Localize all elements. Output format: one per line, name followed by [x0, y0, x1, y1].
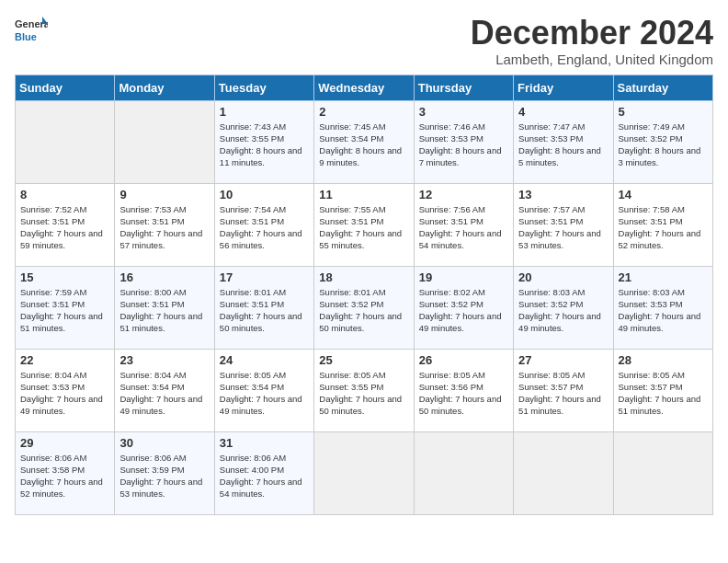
- day-number: 2: [319, 105, 408, 119]
- day-number: 18: [319, 270, 408, 284]
- svg-text:Blue: Blue: [15, 31, 37, 42]
- calendar-cell-day-10: 10 Sunrise: 7:54 AM Sunset: 3:51 PM Dayl…: [214, 183, 313, 266]
- day-details: Sunrise: 8:06 AM Sunset: 4:00 PM Dayligh…: [220, 452, 309, 500]
- day-number: 21: [619, 270, 708, 284]
- day-number: 1: [220, 105, 309, 119]
- day-number: 9: [119, 188, 209, 201]
- day-details: Sunrise: 8:05 AM Sunset: 3:55 PM Dayligh…: [319, 369, 408, 418]
- day-details: Sunrise: 8:01 AM Sunset: 3:51 PM Dayligh…: [220, 286, 309, 335]
- day-number: 17: [220, 270, 309, 284]
- calendar-cell-day-21: 21 Sunrise: 8:03 AM Sunset: 3:53 PM Dayl…: [613, 266, 712, 349]
- calendar-cell-day-25: 25 Sunrise: 8:05 AM Sunset: 3:55 PM Dayl…: [314, 349, 414, 431]
- calendar-cell-day-9: 9 Sunrise: 7:53 AM Sunset: 3:51 PM Dayli…: [115, 183, 214, 266]
- day-details: Sunrise: 7:43 AM Sunset: 3:55 PM Dayligh…: [220, 121, 309, 169]
- day-details: Sunrise: 8:05 AM Sunset: 3:57 PM Dayligh…: [619, 369, 708, 418]
- day-details: Sunrise: 8:04 AM Sunset: 3:54 PM Dayligh…: [119, 369, 209, 418]
- day-header-friday: Friday: [514, 75, 613, 100]
- day-number: 28: [619, 353, 708, 367]
- day-number: 26: [419, 353, 508, 367]
- day-number: 12: [419, 188, 508, 201]
- day-details: Sunrise: 7:47 AM Sunset: 3:53 PM Dayligh…: [518, 121, 608, 169]
- day-details: Sunrise: 8:05 AM Sunset: 3:57 PM Dayligh…: [518, 369, 608, 418]
- day-details: Sunrise: 8:03 AM Sunset: 3:52 PM Dayligh…: [518, 286, 608, 335]
- day-number: 22: [20, 353, 109, 367]
- calendar-cell-day-3: 3 Sunrise: 7:46 AM Sunset: 3:53 PM Dayli…: [414, 100, 513, 183]
- calendar-subtitle: Lambeth, England, United Kingdom: [471, 52, 713, 67]
- calendar-cell-day-27: 27 Sunrise: 8:05 AM Sunset: 3:57 PM Dayl…: [514, 349, 613, 431]
- day-details: Sunrise: 8:05 AM Sunset: 3:54 PM Dayligh…: [220, 369, 309, 418]
- day-details: Sunrise: 7:59 AM Sunset: 3:51 PM Dayligh…: [20, 286, 109, 335]
- calendar-cell-day-4: 4 Sunrise: 7:47 AM Sunset: 3:53 PM Dayli…: [514, 100, 613, 183]
- day-details: Sunrise: 7:52 AM Sunset: 3:51 PM Dayligh…: [20, 203, 109, 252]
- calendar-week-row: 15 Sunrise: 7:59 AM Sunset: 3:51 PM Dayl…: [16, 266, 713, 349]
- day-details: Sunrise: 8:02 AM Sunset: 3:52 PM Dayligh…: [419, 286, 508, 335]
- calendar-week-row: 29 Sunrise: 8:06 AM Sunset: 3:58 PM Dayl…: [16, 431, 713, 514]
- calendar-week-row: 1 Sunrise: 7:43 AM Sunset: 3:55 PM Dayli…: [16, 100, 713, 183]
- calendar-cell-day-29: 29 Sunrise: 8:06 AM Sunset: 3:58 PM Dayl…: [16, 431, 115, 514]
- day-number: 8: [20, 188, 109, 201]
- calendar-cell-day-23: 23 Sunrise: 8:04 AM Sunset: 3:54 PM Dayl…: [115, 349, 214, 431]
- calendar-header-row: SundayMondayTuesdayWednesdayThursdayFrid…: [16, 75, 713, 100]
- day-details: Sunrise: 7:56 AM Sunset: 3:51 PM Dayligh…: [419, 203, 508, 252]
- day-number: 14: [619, 188, 708, 201]
- day-details: Sunrise: 8:06 AM Sunset: 3:59 PM Dayligh…: [119, 452, 209, 500]
- day-header-wednesday: Wednesday: [314, 75, 414, 100]
- day-details: Sunrise: 7:58 AM Sunset: 3:51 PM Dayligh…: [619, 203, 708, 252]
- day-number: 11: [319, 188, 408, 201]
- day-details: Sunrise: 8:01 AM Sunset: 3:52 PM Dayligh…: [319, 286, 408, 335]
- day-details: Sunrise: 8:05 AM Sunset: 3:56 PM Dayligh…: [419, 369, 508, 418]
- calendar-cell-day-19: 19 Sunrise: 8:02 AM Sunset: 3:52 PM Dayl…: [414, 266, 513, 349]
- day-details: Sunrise: 7:53 AM Sunset: 3:51 PM Dayligh…: [119, 203, 209, 252]
- day-number: 27: [518, 353, 608, 367]
- day-details: Sunrise: 7:46 AM Sunset: 3:53 PM Dayligh…: [419, 121, 508, 169]
- day-details: Sunrise: 7:45 AM Sunset: 3:54 PM Dayligh…: [319, 121, 408, 169]
- calendar-cell-day-31: 31 Sunrise: 8:06 AM Sunset: 4:00 PM Dayl…: [214, 431, 313, 514]
- calendar-cell-day-5: 5 Sunrise: 7:49 AM Sunset: 3:52 PM Dayli…: [613, 100, 712, 183]
- day-details: Sunrise: 8:04 AM Sunset: 3:53 PM Dayligh…: [20, 369, 109, 418]
- day-header-monday: Monday: [115, 75, 214, 100]
- empty-cell: [314, 431, 414, 514]
- empty-cell: [115, 100, 214, 183]
- day-number: 25: [319, 353, 408, 367]
- day-number: 30: [119, 436, 209, 450]
- calendar-cell-day-16: 16 Sunrise: 8:00 AM Sunset: 3:51 PM Dayl…: [115, 266, 214, 349]
- day-details: Sunrise: 8:06 AM Sunset: 3:58 PM Dayligh…: [20, 452, 109, 500]
- calendar-cell-day-28: 28 Sunrise: 8:05 AM Sunset: 3:57 PM Dayl…: [613, 349, 712, 431]
- day-number: 3: [419, 105, 508, 119]
- header: General Blue December 2024 Lambeth, Engl…: [15, 15, 713, 67]
- calendar-cell-day-14: 14 Sunrise: 7:58 AM Sunset: 3:51 PM Dayl…: [613, 183, 712, 266]
- calendar-table: SundayMondayTuesdayWednesdayThursdayFrid…: [15, 75, 713, 515]
- day-number: 20: [518, 270, 608, 284]
- calendar-cell-day-17: 17 Sunrise: 8:01 AM Sunset: 3:51 PM Dayl…: [214, 266, 313, 349]
- calendar-cell-day-24: 24 Sunrise: 8:05 AM Sunset: 3:54 PM Dayl…: [214, 349, 313, 431]
- day-number: 5: [619, 105, 708, 119]
- day-details: Sunrise: 8:00 AM Sunset: 3:51 PM Dayligh…: [119, 286, 209, 335]
- day-number: 13: [518, 188, 608, 201]
- empty-cell: [414, 431, 513, 514]
- calendar-week-row: 8 Sunrise: 7:52 AM Sunset: 3:51 PM Dayli…: [16, 183, 713, 266]
- calendar-cell-day-1: 1 Sunrise: 7:43 AM Sunset: 3:55 PM Dayli…: [214, 100, 313, 183]
- calendar-cell-day-20: 20 Sunrise: 8:03 AM Sunset: 3:52 PM Dayl…: [514, 266, 613, 349]
- calendar-cell-day-13: 13 Sunrise: 7:57 AM Sunset: 3:51 PM Dayl…: [514, 183, 613, 266]
- day-header-thursday: Thursday: [414, 75, 513, 100]
- calendar-cell-day-18: 18 Sunrise: 8:01 AM Sunset: 3:52 PM Dayl…: [314, 266, 414, 349]
- day-header-sunday: Sunday: [16, 75, 115, 100]
- day-number: 23: [119, 353, 209, 367]
- calendar-title: December 2024: [471, 15, 713, 52]
- day-number: 24: [220, 353, 309, 367]
- calendar-cell-day-8: 8 Sunrise: 7:52 AM Sunset: 3:51 PM Dayli…: [16, 183, 115, 266]
- day-details: Sunrise: 8:03 AM Sunset: 3:53 PM Dayligh…: [619, 286, 708, 335]
- calendar-week-row: 22 Sunrise: 8:04 AM Sunset: 3:53 PM Dayl…: [16, 349, 713, 431]
- day-number: 4: [518, 105, 608, 119]
- day-details: Sunrise: 7:49 AM Sunset: 3:52 PM Dayligh…: [619, 121, 708, 169]
- day-details: Sunrise: 7:57 AM Sunset: 3:51 PM Dayligh…: [518, 203, 608, 252]
- calendar-cell-day-11: 11 Sunrise: 7:55 AM Sunset: 3:51 PM Dayl…: [314, 183, 414, 266]
- day-header-tuesday: Tuesday: [214, 75, 313, 100]
- calendar-cell-day-30: 30 Sunrise: 8:06 AM Sunset: 3:59 PM Dayl…: [115, 431, 214, 514]
- logo: General Blue: [15, 15, 48, 48]
- day-details: Sunrise: 7:55 AM Sunset: 3:51 PM Dayligh…: [319, 203, 408, 252]
- day-number: 10: [220, 188, 309, 201]
- logo-svg: General Blue: [15, 15, 48, 48]
- calendar-cell-day-2: 2 Sunrise: 7:45 AM Sunset: 3:54 PM Dayli…: [314, 100, 414, 183]
- day-number: 19: [419, 270, 508, 284]
